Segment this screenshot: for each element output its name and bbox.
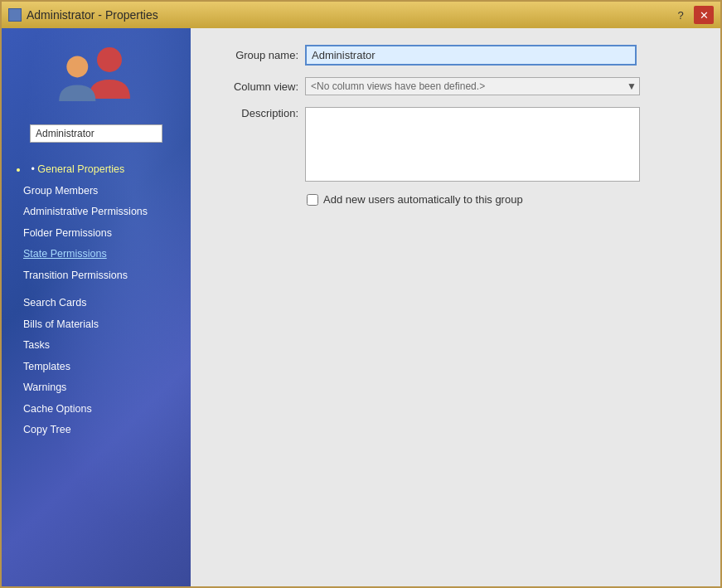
main-panel: Group name: Column view: <No column view… (191, 28, 720, 586)
help-button[interactable]: ? (671, 6, 691, 24)
sidebar-item-transition-permissions[interactable]: Transition Permissions (10, 265, 191, 287)
sidebar-item-search-cards[interactable]: Search Cards (10, 293, 191, 314)
sidebar-item-bills-of-materials[interactable]: Bills of Materials (10, 314, 191, 336)
checkbox-label[interactable]: Add new users automatically to this grou… (323, 193, 523, 206)
sidebar-item-state-permissions[interactable]: State Permissions (10, 244, 191, 265)
avatar-container (59, 45, 133, 111)
sidebar-group-name[interactable] (30, 124, 162, 143)
svg-point-1 (66, 56, 88, 78)
column-view-select[interactable]: <No column views have been defined.> (305, 77, 640, 95)
title-bar: Administrator - Properties ? ✕ (2, 2, 720, 28)
main-window: Administrator - Properties ? ✕ (0, 0, 722, 588)
sidebar-item-warnings[interactable]: Warnings (10, 377, 191, 399)
sidebar-item-group-members[interactable]: Group Members (10, 181, 191, 202)
column-view-label: Column view: (216, 80, 298, 93)
close-button[interactable]: ✕ (694, 6, 714, 24)
auto-add-checkbox[interactable] (307, 194, 318, 206)
content-area: General Properties Group Members Adminis… (2, 28, 720, 586)
sidebar-item-administrative-permissions[interactable]: Administrative Permissions (10, 202, 191, 223)
title-bar-controls: ? ✕ (671, 6, 714, 24)
avatar-front (59, 51, 102, 101)
group-name-label: Group name: (216, 49, 298, 61)
checkbox-row: Add new users automatically to this grou… (307, 193, 695, 206)
group-name-input[interactable] (305, 45, 637, 66)
sidebar-item-general-properties[interactable]: General Properties (10, 159, 191, 181)
nav-gap-1 (10, 286, 191, 293)
sidebar-item-copy-tree[interactable]: Copy Tree (10, 420, 191, 441)
sidebar-item-tasks[interactable]: Tasks (10, 335, 191, 357)
sidebar-item-cache-options[interactable]: Cache Options (10, 399, 191, 420)
sidebar-item-templates[interactable]: Templates (10, 357, 191, 378)
sidebar: General Properties Group Members Adminis… (2, 28, 191, 586)
sidebar-item-folder-permissions[interactable]: Folder Permissions (10, 223, 191, 245)
nav-list: General Properties Group Members Adminis… (2, 159, 191, 441)
description-label: Description: (216, 107, 298, 119)
description-textarea[interactable] (305, 107, 640, 182)
title-bar-left: Administrator - Properties (8, 8, 158, 22)
description-row: Description: (216, 107, 695, 182)
group-name-row: Group name: (216, 45, 695, 66)
column-view-row: Column view: <No column views have been … (216, 77, 695, 95)
window-title: Administrator - Properties (27, 8, 158, 22)
column-view-select-wrapper: <No column views have been defined.> ▼ (305, 77, 640, 95)
window-icon (8, 8, 22, 22)
